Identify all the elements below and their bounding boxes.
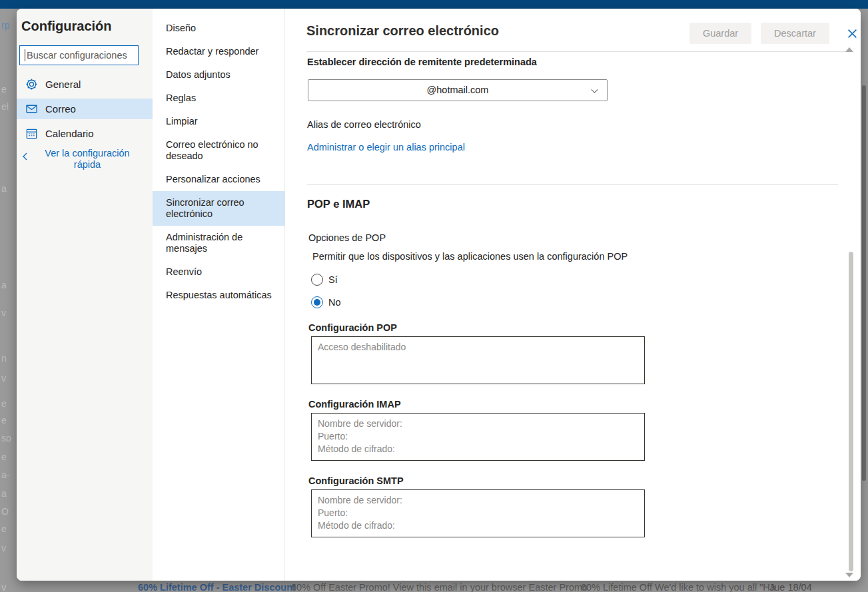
background-text-fragment: e	[1, 84, 7, 95]
smtp-settings-box[interactable]: Nombre de servidor: Puerto: Método de ci…	[311, 489, 645, 537]
menu-item-label: Datos adjuntos	[166, 69, 272, 81]
message-preview: 60% Off Easter Promo! View this email in…	[291, 582, 588, 592]
message-date: Jue 18/04	[769, 582, 812, 592]
imap-encryption-line: Método de cifrado:	[318, 443, 638, 455]
menu-item-label: Sincronizar correo electrónico	[166, 197, 272, 220]
chevron-down-icon	[590, 86, 600, 97]
menu-item-label: Personalizar acciones	[166, 174, 272, 185]
background-text-fragment: rp	[1, 20, 9, 31]
pop-settings-text: Acceso deshabilitado	[318, 341, 638, 354]
menu-item[interactable]: Personalizar acciones	[153, 168, 285, 191]
radio-unchecked-icon	[311, 274, 323, 286]
radio-no-label: No	[328, 297, 341, 308]
sender-address-value: @hotmail.com	[308, 85, 607, 95]
pop-options-label: Opciones de POP	[308, 232, 386, 243]
sidebar-item-general[interactable]: General	[17, 74, 153, 95]
default-sender-label: Establecer dirección de remitente predet…	[307, 57, 537, 67]
panel-scrollbar-thumb[interactable]	[849, 252, 853, 571]
text-caret	[25, 49, 25, 61]
header-divider	[306, 51, 847, 52]
menu-item-label: Reenvío	[166, 266, 272, 278]
app-scrollbar[interactable]	[862, 85, 866, 481]
sidebar-item-label: Correo	[45, 103, 76, 115]
manage-alias-link[interactable]: Administrar o elegir un alias principal	[307, 142, 465, 152]
scroll-up-icon[interactable]	[845, 47, 853, 52]
radio-yes-label: Sí	[328, 274, 338, 285]
sidebar-item-correo[interactable]: Correo	[17, 99, 153, 119]
settings-nav: General Correo	[17, 74, 153, 148]
background-text-fragment: so	[1, 433, 11, 444]
background-text-fragment: e	[1, 415, 7, 426]
background-text-fragment: n	[1, 353, 7, 364]
pop-radio-no[interactable]: No	[311, 296, 341, 308]
menu-item[interactable]: Reglas	[153, 87, 285, 110]
menu-item-label: Limpiar	[166, 116, 272, 127]
save-button[interactable]: Guardar	[689, 23, 751, 44]
search-input[interactable]	[19, 45, 139, 65]
section-divider	[307, 184, 838, 185]
quick-settings-link[interactable]: Ver la configuración rápida	[17, 148, 153, 170]
settings-search	[19, 45, 139, 65]
sync-email-panel: Sincronizar correo electrónico Guardar D…	[286, 9, 861, 581]
sidebar-item-label: Calendario	[45, 128, 94, 139]
menu-item[interactable]: Correo electrónico no deseado	[153, 133, 285, 168]
background-text-fragment: v	[1, 308, 6, 318]
background-text-fragment: a	[1, 280, 7, 290]
imap-settings-box[interactable]: Nombre de servidor: Puerto: Método de ci…	[311, 413, 645, 461]
menu-item-label: Redactar y responder	[166, 46, 272, 57]
menu-item[interactable]: Datos adjuntos	[153, 63, 285, 87]
background-text-fragment: v	[1, 543, 6, 553]
smtp-server-line: Nombre de servidor:	[318, 494, 638, 507]
sender-address-select[interactable]: @hotmail.com	[308, 79, 608, 101]
mail-icon	[25, 102, 38, 115]
background-text-fragment: e	[1, 451, 7, 462]
imap-config-label: Configuración IMAP	[308, 399, 401, 410]
background-text-fragment: a	[1, 488, 7, 499]
outlook-settings-screen: rp e el a a v n v e e so e a- a O e	[0, 0, 868, 592]
message-preview-2: 60% Lifetime Off We'd like to wish you a…	[581, 582, 775, 592]
suite-top-bar	[0, 0, 868, 9]
menu-item-label: Administración de mensajes	[166, 232, 272, 254]
menu-item[interactable]: Limpiar	[153, 110, 285, 133]
alias-label: Alias de correo electrónico	[307, 119, 421, 130]
menu-item[interactable]: Respuestas automáticas	[153, 284, 285, 307]
gear-icon	[25, 77, 38, 91]
quick-settings-label: Ver la configuración rápida	[45, 148, 129, 170]
chevron-left-icon	[21, 152, 31, 162]
background-text-fragment: v	[1, 373, 6, 384]
discard-button[interactable]: Descartar	[761, 23, 829, 44]
pop-settings-box[interactable]: Acceso deshabilitado	[311, 336, 645, 384]
smtp-encryption-line: Método de cifrado:	[318, 519, 638, 532]
menu-item[interactable]: Diseño	[153, 17, 285, 40]
settings-title: Configuración	[21, 19, 112, 34]
menu-item[interactable]: Administración de mensajes	[153, 226, 285, 260]
settings-sidebar: Configuración General	[17, 9, 153, 581]
pop-permission-label: Permitir que los dispositivos y las apli…	[312, 251, 628, 262]
background-text-fragment: a-	[1, 469, 9, 480]
pop-radio-yes[interactable]: Sí	[311, 274, 338, 286]
menu-item[interactable]: Sincronizar correo electrónico	[153, 191, 285, 226]
sidebar-item-calendario[interactable]: Calendario	[17, 123, 153, 144]
smtp-config-label: Configuración SMTP	[308, 475, 404, 486]
menu-item-label: Correo electrónico no deseado	[166, 139, 272, 162]
background-text-fragment: O	[1, 506, 9, 517]
scroll-down-icon[interactable]	[845, 573, 853, 577]
imap-server-line: Nombre de servidor:	[318, 418, 638, 430]
sidebar-item-label: General	[45, 79, 81, 90]
menu-item-label: Diseño	[166, 23, 272, 34]
close-icon[interactable]	[844, 25, 860, 41]
menu-item[interactable]: Redactar y responder	[153, 40, 285, 63]
menu-item-label: Respuestas automáticas	[166, 290, 272, 301]
message-subject: 60% Lifetime Off - Easter Discount	[138, 582, 296, 592]
settings-dialog: Configuración General	[17, 9, 861, 581]
radio-checked-icon	[311, 296, 323, 308]
mail-settings-menu: Diseño Redactar y responder Datos adjunt…	[153, 9, 285, 581]
background-text-fragment: e	[1, 398, 7, 409]
pop-config-label: Configuración POP	[308, 322, 397, 333]
imap-port-line: Puerto:	[318, 430, 638, 443]
menu-item-label: Reglas	[166, 93, 272, 104]
background-message-row: v 60% Lifetime Off - Easter Discount 60%…	[0, 581, 868, 592]
pop-imap-heading: POP e IMAP	[307, 198, 370, 210]
background-text-fragment: e	[1, 523, 7, 534]
menu-item[interactable]: Reenvío	[153, 260, 285, 284]
